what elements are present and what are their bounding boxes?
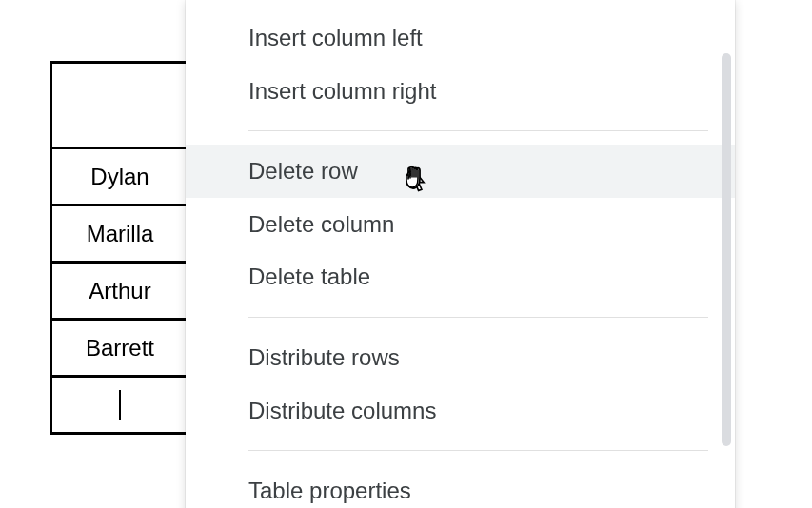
menu-divider (248, 450, 708, 451)
table-context-menu: Insert column left Insert column right D… (186, 0, 735, 508)
cell-name[interactable]: Barrett (51, 320, 189, 377)
cell-name[interactable]: Dylan (51, 148, 189, 205)
menu-item-distribute-columns[interactable]: Distribute columns (186, 384, 735, 438)
cell-name-active[interactable] (51, 377, 189, 434)
menu-item-delete-column[interactable]: Delete column (186, 198, 735, 251)
menu-item-table-properties[interactable]: Table properties (186, 464, 735, 508)
menu-item-insert-column-right[interactable]: Insert column right (186, 65, 735, 118)
cell-name[interactable]: Marilla (51, 205, 189, 263)
menu-item-insert-column-left[interactable]: Insert column left (186, 11, 735, 65)
menu-divider (248, 130, 708, 131)
scrollbar[interactable] (722, 53, 731, 446)
menu-item-delete-table[interactable]: Delete table (186, 250, 735, 303)
menu-divider (248, 317, 708, 318)
cell-name[interactable]: Arthur (51, 263, 189, 320)
menu-item-delete-row[interactable]: Delete row (186, 145, 735, 198)
menu-item-distribute-rows[interactable]: Distribute rows (186, 331, 735, 384)
text-cursor-icon (119, 390, 121, 420)
header-cell-name[interactable] (51, 63, 189, 148)
